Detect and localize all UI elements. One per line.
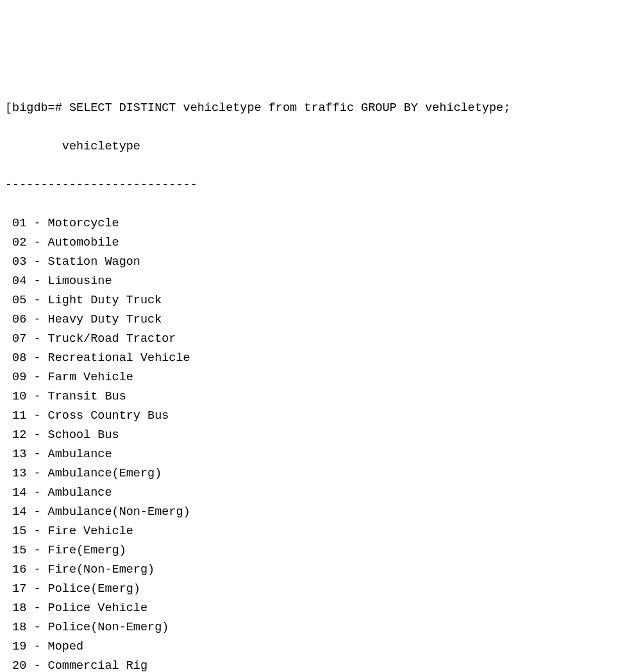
terminal-output: [bigdb=# SELECT DISTINCT vehicletype fro… [5,80,631,672]
result-row: 13 - Ambulance(Emerg) [5,464,631,483]
db-prompt: [bigdb=# [5,101,69,115]
sql-query: SELECT DISTINCT vehicletype from traffic… [69,101,510,115]
result-row: 10 - Transit Bus [5,387,631,407]
result-row: 02 - Automobile [5,233,631,253]
result-row: 08 - Recreational Vehicle [5,349,631,368]
result-row: 19 - Moped [5,637,631,657]
result-row: 05 - Light Duty Truck [5,291,631,310]
result-row: 04 - Limousine [5,272,631,291]
result-row: 14 - Ambulance(Non-Emerg) [5,503,631,522]
result-row: 15 - Fire(Emerg) [5,541,631,560]
result-row: 17 - Police(Emerg) [5,580,631,599]
result-row: 03 - Station Wagon [5,253,631,272]
result-row: 20 - Commercial Rig [5,657,631,672]
result-row: 18 - Police(Non-Emerg) [5,618,631,637]
result-row: 01 - Motorcycle [5,214,631,233]
result-row: 12 - School Bus [5,426,631,445]
result-row: 16 - Fire(Non-Emerg) [5,560,631,580]
result-row: 06 - Heavy Duty Truck [5,310,631,330]
result-row: 09 - Farm Vehicle [5,368,631,387]
result-row: 14 - Ambulance [5,483,631,503]
sql-prompt-line[interactable]: [bigdb=# SELECT DISTINCT vehicletype fro… [5,99,631,118]
result-row: 11 - Cross Country Bus [5,407,631,426]
result-row: 13 - Ambulance [5,445,631,464]
result-row: 07 - Truck/Road Tractor [5,330,631,349]
result-row: 18 - Police Vehicle [5,599,631,618]
separator: --------------------------- [5,176,631,195]
result-row: 15 - Fire Vehicle [5,522,631,541]
column-header: vehicletype [5,137,631,156]
